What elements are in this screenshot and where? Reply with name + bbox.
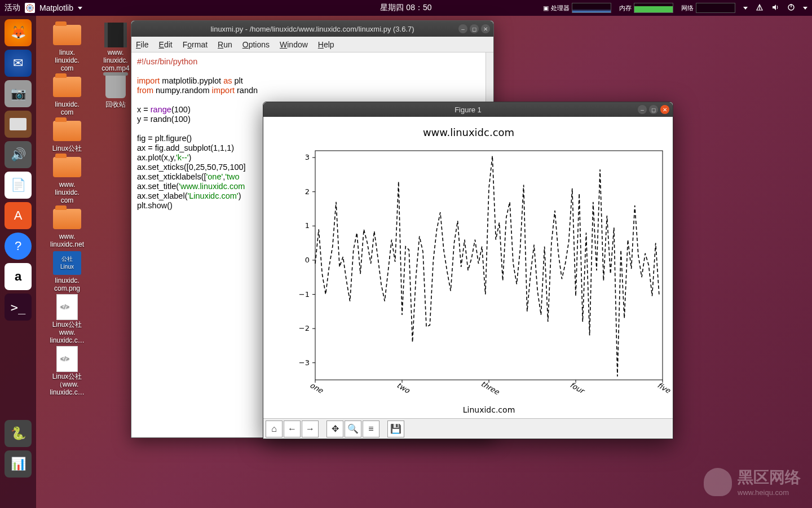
watermark-text: 黑区网络 — [738, 467, 801, 488]
desktop-icon-label: Linux公社 — [52, 144, 82, 152]
desktop-icon[interactable]: Linux公社 （www. linuxidc.c… — [43, 347, 91, 396]
watermark-logo-icon — [704, 468, 732, 496]
desktop-icon-label: www. linuxidc. com — [55, 181, 79, 204]
tray-arrow-icon[interactable] — [743, 7, 748, 10]
idle-titlebar[interactable]: linuxmi.py - /home/linuxidc/www.linuxidc… — [131, 21, 493, 37]
mem-graph — [634, 3, 673, 13]
close-button[interactable]: ✕ — [660, 105, 669, 114]
svg-text:three: three — [480, 379, 501, 397]
desktop-icon-label: www. linuxidc.net — [50, 233, 84, 248]
launcher-dock: 🦊 ✉ 📷 🔊 📄 A ? a >_ 🐍 📊 — [0, 16, 36, 508]
toolbar-forward-button[interactable]: → — [302, 421, 319, 437]
figure-canvas[interactable]: www.linuxidc.com−3−2−10123onetwothreefou… — [263, 117, 673, 418]
desktop: linux. linuxidc. com www. linuxidc. com.… — [43, 23, 140, 396]
desktop-icon[interactable]: Linux公社 — [43, 119, 91, 152]
launcher-running1[interactable]: 🐍 — [5, 420, 32, 447]
menu-format[interactable]: Format — [183, 40, 208, 49]
desktop-icon[interactable]: linux. linuxidc. com — [43, 23, 91, 72]
toolbar-configure-button[interactable]: ≡ — [363, 421, 379, 437]
menu-options[interactable]: Options — [242, 40, 270, 49]
meter-app-icon: ▣ — [543, 5, 549, 12]
desktop-icon-label: linuxidc. com — [55, 100, 79, 116]
menu-file[interactable]: File — [136, 40, 149, 49]
svg-text:two: two — [395, 381, 412, 395]
watermark-subtext: www.heiqu.com — [738, 488, 801, 497]
clock[interactable]: 星期四 08：50 — [380, 3, 431, 13]
cpu-label: 处理器 — [551, 4, 570, 12]
launcher-running2[interactable]: 📊 — [5, 450, 32, 478]
launcher-software[interactable]: A — [5, 202, 32, 229]
toolbar-zoom-button[interactable]: 🔍 — [345, 421, 361, 437]
launcher-amazon[interactable]: a — [5, 263, 32, 290]
svg-text:−1: −1 — [299, 290, 310, 299]
toolbar-save-button[interactable]: 💾 — [387, 421, 404, 437]
app-menu-name[interactable]: Matplotlib — [39, 3, 73, 12]
maximize-button[interactable]: ◻ — [649, 105, 658, 114]
figure-toolbar: ⌂ ← → ✥ 🔍 ≡ 💾 — [263, 418, 673, 439]
menu-run[interactable]: Run — [218, 40, 232, 49]
system-menu-arrow-icon[interactable] — [803, 7, 807, 10]
launcher-firefox[interactable]: 🦊 — [5, 19, 32, 46]
launcher-writer[interactable]: 📄 — [5, 172, 32, 199]
network-icon[interactable] — [756, 3, 764, 13]
matplotlib-app-icon — [25, 3, 35, 13]
idle-title-text: linuxmi.py - /home/linuxidc/www.linuxidc… — [210, 25, 414, 33]
desktop-icon-label: linux. linuxidc. com — [55, 49, 79, 72]
menu-window[interactable]: Window — [280, 40, 308, 49]
desktop-icon[interactable]: 公社Linuxlinuxidc. com.png — [43, 251, 91, 292]
svg-text:Linuxidc.com: Linuxidc.com — [463, 405, 515, 414]
toolbar-pan-button[interactable]: ✥ — [326, 421, 343, 437]
launcher-camera[interactable]: 📷 — [5, 80, 32, 107]
svg-text:−3: −3 — [299, 358, 310, 367]
maximize-button[interactable]: ◻ — [470, 24, 479, 33]
launcher-rhythmbox[interactable]: 🔊 — [5, 141, 32, 168]
app-menu-arrow-icon[interactable] — [78, 7, 82, 10]
menu-edit[interactable]: Edit — [159, 40, 173, 49]
desktop-icon[interactable]: www. linuxidc. com — [43, 155, 91, 204]
desktop-icon-label: www. linuxidc. com.mp4 — [102, 49, 129, 72]
desktop-icon-label: 回收站 — [105, 100, 126, 108]
top-panel: 活动 Matplotlib 星期四 08：50 ▣处理器 内存 网络 — [0, 0, 812, 16]
svg-text:four: four — [568, 380, 586, 396]
cpu-meter[interactable]: ▣处理器 — [543, 3, 611, 13]
cpu-graph — [572, 3, 611, 13]
desktop-icon-label: linuxidc. com.png — [54, 277, 80, 292]
svg-text:www.linuxidc.com: www.linuxidc.com — [423, 126, 514, 138]
svg-text:1: 1 — [305, 221, 310, 230]
net-meter[interactable]: 网络 — [681, 3, 735, 13]
desktop-icon[interactable]: www. linuxidc.net — [43, 207, 91, 248]
svg-text:0: 0 — [305, 256, 310, 264]
desktop-icon-label: Linux公社 www. linuxidc.c… — [50, 321, 84, 344]
mem-meter[interactable]: 内存 — [619, 3, 673, 13]
figure-title-text: Figure 1 — [454, 106, 482, 114]
figure-titlebar[interactable]: Figure 1 – ◻ ✕ — [263, 102, 673, 117]
desktop-icon[interactable]: Linux公社 www. linuxidc.c… — [43, 295, 91, 344]
close-button[interactable]: ✕ — [481, 24, 490, 33]
minimize-button[interactable]: – — [638, 105, 647, 114]
minimize-button[interactable]: – — [458, 24, 467, 33]
activities-button[interactable]: 活动 — [5, 3, 20, 13]
svg-text:3: 3 — [305, 153, 310, 161]
mem-label: 内存 — [619, 4, 632, 12]
svg-text:one: one — [308, 381, 325, 396]
launcher-thunderbird[interactable]: ✉ — [5, 50, 32, 77]
toolbar-home-button[interactable]: ⌂ — [266, 421, 283, 437]
svg-text:−2: −2 — [299, 324, 310, 332]
svg-text:2: 2 — [305, 187, 310, 196]
desktop-icon-label: Linux公社 （www. linuxidc.c… — [50, 373, 84, 396]
toolbar-back-button[interactable]: ← — [284, 421, 301, 437]
launcher-show-apps[interactable] — [5, 481, 32, 508]
desktop-icon[interactable]: linuxidc. com — [43, 75, 91, 116]
power-icon[interactable] — [787, 3, 795, 13]
launcher-terminal[interactable]: >_ — [5, 294, 32, 321]
launcher-files[interactable] — [5, 111, 32, 138]
net-graph — [696, 3, 735, 13]
net-label: 网络 — [681, 4, 694, 12]
launcher-help[interactable]: ? — [5, 233, 32, 260]
menu-help[interactable]: Help — [318, 40, 334, 49]
idle-menubar: File Edit Format Run Options Window Help — [131, 37, 493, 52]
matplotlib-figure-window: Figure 1 – ◻ ✕ www.linuxidc.com−3−2−1012… — [263, 102, 673, 439]
svg-text:five: five — [656, 381, 672, 395]
watermark: 黑区网络 www.heiqu.com — [704, 467, 801, 497]
volume-icon[interactable] — [771, 3, 779, 13]
